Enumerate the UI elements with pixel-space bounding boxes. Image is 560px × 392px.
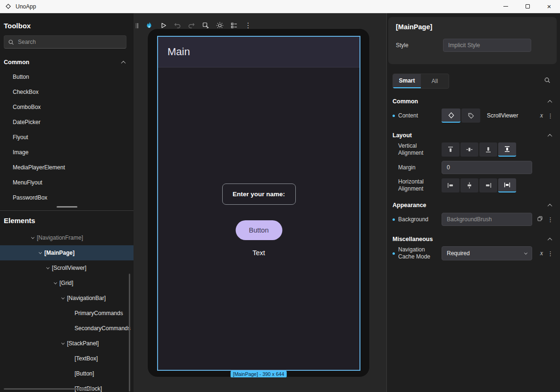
maximize-button[interactable]: [517, 0, 538, 13]
chevron-down-icon: [38, 250, 42, 254]
app-title: UnoApp: [16, 3, 36, 10]
toolbox-item-mediaplayerelement[interactable]: MediaPlayerElement: [0, 160, 134, 175]
toolbar-drag-handle-icon[interactable]: [134, 19, 140, 32]
toolbox-item-image[interactable]: Image: [0, 145, 134, 160]
chevron-down-icon: [53, 281, 57, 284]
resource-picker-button[interactable]: [537, 215, 543, 224]
elements-horizontal-scrollbar[interactable]: [4, 388, 93, 390]
chevron-down-icon: [46, 266, 49, 269]
tree-item-button[interactable]: [Button]: [0, 366, 134, 381]
kebab-menu-icon[interactable]: ⋮: [547, 250, 553, 257]
tab-smart[interactable]: Smart: [393, 74, 421, 88]
modified-indicator: [393, 115, 398, 117]
halign-left-button[interactable]: [442, 178, 460, 192]
property-row-margin: Margin 0: [393, 160, 554, 175]
selected-element-title: [MainPage]: [396, 23, 549, 31]
tree-item-secondarycommands[interactable]: SecondaryCommands: [0, 321, 134, 336]
chevron-up-icon: [548, 237, 552, 242]
tree-item-scrollviewer[interactable]: [ScrollViewer]: [0, 260, 134, 275]
horizontal-alignment-toggle: [442, 178, 516, 192]
chevron-up-icon: [548, 100, 552, 104]
property-row-background: Background BackgroundBrush ⋮: [393, 212, 554, 226]
app-preview[interactable]: Main Enter your name: Button Text: [157, 36, 360, 371]
minimize-icon: [503, 6, 508, 7]
horizontal-alignment-label: Horizontal Alignment: [398, 178, 436, 192]
toolbox-search[interactable]: [4, 35, 126, 49]
tree-item-navigationbar[interactable]: [NavigationBar]: [0, 291, 134, 306]
preview-navbar[interactable]: Main: [158, 37, 359, 67]
chevron-up-icon: [121, 60, 126, 65]
tree-item-navigationframe[interactable]: [NavigationFrame]: [0, 230, 134, 245]
flame-icon: [145, 21, 153, 30]
minimize-button[interactable]: [495, 0, 517, 13]
left-sidebar: Toolbox Common Button CheckBox ComboBox …: [0, 13, 134, 392]
properties-search-button[interactable]: [544, 77, 551, 85]
margin-input[interactable]: 0: [442, 161, 532, 174]
section-layout[interactable]: Layout: [393, 132, 552, 139]
close-button[interactable]: ×: [538, 0, 560, 13]
kebab-menu-icon[interactable]: ⋮: [547, 112, 553, 119]
toolbox-item-checkbox[interactable]: CheckBox: [0, 84, 134, 100]
binding-icon[interactable]: x: [540, 112, 543, 119]
chevron-down-icon: [31, 235, 34, 239]
window-titlebar: UnoApp ×: [0, 0, 560, 13]
device-frame: Main Enter your name: Button Text: [147, 28, 370, 377]
tree-item-grid[interactable]: [Grid]: [0, 275, 134, 291]
toolbox-item-combobox[interactable]: ComboBox: [0, 100, 134, 115]
tab-all[interactable]: All: [421, 74, 449, 88]
selected-element-card: [MainPage] Style Implicit Style: [388, 17, 557, 64]
valign-bottom-button[interactable]: [479, 142, 497, 157]
toolbox-item-datepicker[interactable]: DatePicker: [0, 115, 134, 130]
halign-stretch-button[interactable]: [498, 178, 516, 192]
binding-icon[interactable]: x: [540, 250, 543, 257]
content-label: Content: [398, 112, 436, 119]
property-row-content: Content ScrollViewer x ⋮: [393, 108, 554, 123]
background-label: Background: [398, 216, 436, 223]
align-top-icon: [447, 146, 454, 153]
section-common[interactable]: Common: [393, 98, 552, 105]
toolbox-item-menuflyout[interactable]: MenuFlyout: [0, 175, 134, 190]
vertical-alignment-label: Vertical Alignment: [398, 142, 436, 157]
elements-vertical-scrollbar[interactable]: [129, 274, 130, 392]
preview-page-title: Main: [167, 46, 190, 58]
tree-item-primarycommands[interactable]: PrimaryCommands: [0, 306, 134, 321]
toolbox-item-flyout[interactable]: Flyout: [0, 130, 134, 145]
preview-textblock[interactable]: Text: [252, 249, 265, 257]
navigation-cache-mode-dropdown[interactable]: Required: [442, 246, 532, 260]
background-input[interactable]: BackgroundBrush: [442, 213, 532, 226]
properties-panel: [MainPage] Style Implicit Style Smart Al…: [387, 13, 560, 392]
properties-tabs: Smart All: [393, 74, 554, 89]
valign-stretch-button[interactable]: [498, 142, 516, 157]
design-canvas[interactable]: ⋮ Main Enter your name: Button Text [Mai…: [134, 13, 387, 392]
tree-item-stackpanel[interactable]: [StackPanel]: [0, 336, 134, 351]
resource-picker-icon: [537, 216, 543, 222]
preview-button[interactable]: Button: [235, 220, 282, 240]
valign-center-button[interactable]: [460, 142, 478, 157]
align-vstretch-icon: [503, 145, 511, 153]
tree-item-textbox[interactable]: [TextBox]: [0, 351, 134, 366]
property-row-horizontal-alignment: Horizontal Alignment: [393, 178, 554, 192]
align-hcenter-icon: [466, 182, 473, 189]
chevron-up-icon: [548, 203, 552, 208]
toolbox-item-passwordbox[interactable]: PasswordBox: [0, 190, 134, 205]
control-shape-icon: [448, 112, 455, 119]
chevron-up-icon: [548, 133, 552, 138]
valign-top-button[interactable]: [442, 142, 460, 157]
content-control-mode-button[interactable]: [442, 108, 460, 123]
tree-item-mainpage[interactable]: [MainPage]: [0, 245, 134, 260]
kebab-menu-icon[interactable]: ⋮: [547, 216, 553, 223]
chevron-down-icon: [61, 341, 64, 344]
tree-item-textblock[interactable]: [TextBlock]: [0, 381, 134, 392]
content-tag-mode-button[interactable]: [461, 108, 480, 123]
halign-center-button[interactable]: [460, 178, 478, 192]
app-logo-icon: [5, 3, 12, 10]
search-input[interactable]: [18, 39, 122, 45]
preview-textbox[interactable]: Enter your name:: [222, 183, 296, 205]
panel-splitter[interactable]: [0, 205, 134, 211]
toolbox-item-button[interactable]: Button: [0, 69, 134, 84]
section-appearance[interactable]: Appearance: [393, 202, 552, 209]
style-input[interactable]: Implicit Style: [443, 39, 531, 52]
halign-right-button[interactable]: [479, 178, 497, 192]
section-miscellaneous[interactable]: Miscellaneous: [393, 236, 552, 242]
toolbox-section-common[interactable]: Common: [0, 55, 134, 69]
